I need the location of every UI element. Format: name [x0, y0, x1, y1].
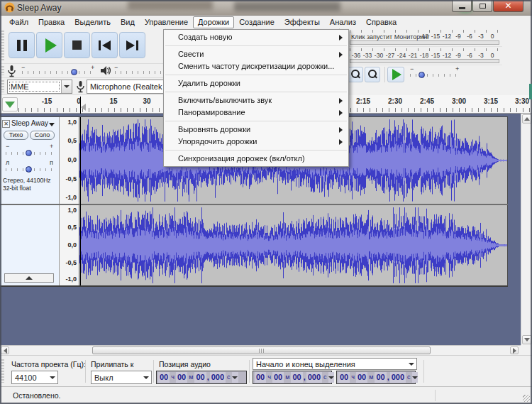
time-minutes[interactable]: 00 — [176, 372, 187, 383]
time-hours[interactable]: 00 — [338, 372, 350, 383]
maximize-button[interactable] — [472, 0, 492, 12]
mute-button[interactable]: Тихо — [4, 131, 28, 140]
skip-to-end-button[interactable] — [119, 32, 145, 58]
scale-value: -12 — [441, 33, 453, 40]
track-collapse-button[interactable] — [4, 273, 54, 283]
snap-to-combo[interactable]: Выкл — [91, 371, 152, 384]
track-menu-arrow-icon[interactable] — [49, 123, 55, 126]
track-gain-thumb[interactable] — [26, 150, 32, 156]
menu-item-pan[interactable]: Панорамирование — [164, 107, 348, 119]
vertical-ruler-left-channel[interactable]: 1,0 0,5 0,0 -0,5 -1,0 — [60, 117, 79, 204]
scroll-left-button[interactable] — [1, 346, 9, 354]
menu-bar: Файл Правка Выделить Вид Управление Доро… — [0, 16, 532, 28]
toolbar-gripper[interactable] — [1, 66, 4, 75]
ruler-value: -0,5 — [65, 259, 77, 266]
audio-host-combo[interactable]: MME — [7, 80, 72, 94]
playback-meter[interactable]: -39-36-33-30-27-24-21-18-15-12-9-6-30 — [339, 47, 502, 65]
selection-mode-value: Начало и конец выделения — [253, 360, 406, 368]
horizontal-scroll-thumb[interactable] — [92, 346, 431, 354]
pause-button[interactable] — [9, 32, 35, 58]
toolbar-gripper[interactable] — [1, 80, 4, 92]
play-speed-slider[interactable] — [410, 74, 458, 77]
timefield-arrow-icon[interactable] — [232, 372, 238, 383]
menu-analyze[interactable]: Анализ — [325, 16, 361, 28]
menu-item-mix[interactable]: Свести — [164, 48, 348, 60]
fit-selection-button[interactable] — [348, 67, 363, 82]
menu-item-remove-tracks[interactable]: Удалить дорожки — [164, 77, 348, 89]
timefield-arrow-icon[interactable] — [412, 372, 418, 383]
vertical-scrollbar[interactable] — [521, 114, 532, 345]
solo-button[interactable]: Соло — [30, 131, 55, 140]
time-millis[interactable]: 000 — [210, 372, 226, 383]
menu-tracks[interactable]: Дорожки — [193, 16, 234, 28]
time-hours[interactable]: 00 — [255, 372, 266, 383]
play-button[interactable] — [36, 32, 62, 58]
meter-scale: -18-15-12-9-6-30 — [419, 33, 498, 40]
playback-volume-slider[interactable] — [115, 71, 165, 74]
time-seconds-unit: с — [407, 372, 411, 383]
submenu-arrow-icon — [339, 139, 343, 145]
timefield-arrow-icon[interactable] — [328, 372, 334, 383]
selection-mode-combo[interactable]: Начало и конец выделения — [253, 358, 417, 370]
play-speed-thumb[interactable] — [419, 72, 425, 78]
vertical-ruler-right-channel[interactable]: 1,0 0,5 0,0 -0,5 -1,0 — [60, 205, 79, 285]
time-hours[interactable]: 00 — [158, 372, 170, 383]
menu-select[interactable]: Выделить — [70, 16, 116, 28]
menu-file[interactable]: Файл — [4, 16, 33, 28]
record-volume-thumb[interactable] — [71, 69, 77, 75]
menu-transport[interactable]: Управление — [140, 16, 193, 28]
time-minutes-unit: м — [189, 372, 193, 383]
scroll-up-button[interactable] — [522, 114, 532, 124]
menu-item-align-tracks[interactable]: Выровнять дорожки — [164, 124, 348, 136]
project-rate-combo[interactable]: 44100 — [11, 371, 58, 384]
menu-item-sort-tracks[interactable]: Упорядочить дорожки — [164, 136, 348, 148]
selection-start-field[interactable]: 00ч00м00,000с — [253, 371, 332, 384]
time-millis[interactable]: 000 — [306, 372, 322, 383]
menu-item-resample[interactable]: Сменить частоту дискретизации дорожки... — [164, 60, 348, 72]
menu-item-add-new[interactable]: Создать новую — [164, 31, 348, 43]
scroll-down-button[interactable] — [522, 335, 532, 344]
time-comma: , — [387, 372, 389, 383]
time-minutes[interactable]: 00 — [272, 372, 284, 383]
scale-value: -15 — [430, 52, 441, 59]
toolbar-gripper[interactable] — [1, 31, 4, 61]
scroll-right-button[interactable] — [510, 346, 519, 354]
time-seconds[interactable]: 00 — [375, 372, 386, 383]
audio-position-field[interactable]: 00ч00м00,000с — [156, 371, 247, 384]
record-volume-slider[interactable] — [22, 71, 96, 74]
menu-effects[interactable]: Эффекты — [279, 16, 325, 28]
resize-grip[interactable] — [523, 395, 530, 402]
title-bar[interactable]: Sleep Away ✕ — [0, 0, 532, 16]
menu-generate[interactable]: Создание — [234, 16, 279, 28]
track-pan-thumb[interactable] — [26, 166, 32, 173]
pinned-play-head-button[interactable] — [2, 97, 18, 111]
horizontal-scrollbar[interactable] — [0, 345, 521, 355]
time-minutes[interactable]: 00 — [356, 372, 367, 383]
close-button[interactable]: ✕ — [493, 0, 523, 12]
menu-item-sync-lock[interactable]: Синхронизация дорожек (вкл/откл) — [164, 153, 348, 165]
skip-to-start-button[interactable] — [92, 32, 118, 58]
fit-project-button[interactable] — [365, 67, 380, 82]
recording-meter[interactable]: Клик запустит Мониторинг -18-15-12-9-6-3… — [339, 28, 502, 47]
menu-view[interactable]: Вид — [116, 16, 140, 28]
time-millis[interactable]: 000 — [390, 372, 406, 383]
time-seconds[interactable]: 00 — [291, 372, 302, 383]
minimize-button[interactable] — [452, 0, 472, 12]
combo-arrow-icon — [61, 80, 72, 93]
selection-end-field[interactable]: 00ч00м00,000с — [336, 371, 416, 384]
track-close-button[interactable]: ✕ — [2, 120, 10, 128]
maximize-icon — [480, 4, 486, 9]
scale-value: -21 — [407, 52, 419, 59]
stop-button[interactable] — [64, 32, 90, 58]
time-seconds-unit: с — [323, 372, 327, 383]
toolbar-gripper[interactable] — [1, 359, 4, 383]
menu-edit[interactable]: Правка — [33, 16, 70, 28]
track-name[interactable]: Sleep Away — [11, 119, 48, 127]
menu-item-mute-unmute[interactable]: Включить/выключить звук — [164, 94, 348, 107]
menu-help[interactable]: Справка — [361, 16, 401, 28]
time-seconds[interactable]: 00 — [194, 372, 206, 383]
scale-value: -18 — [419, 33, 430, 40]
waveform-right-channel[interactable] — [79, 205, 507, 285]
close-icon: ✕ — [504, 1, 511, 11]
play-at-speed-button[interactable] — [387, 67, 404, 82]
